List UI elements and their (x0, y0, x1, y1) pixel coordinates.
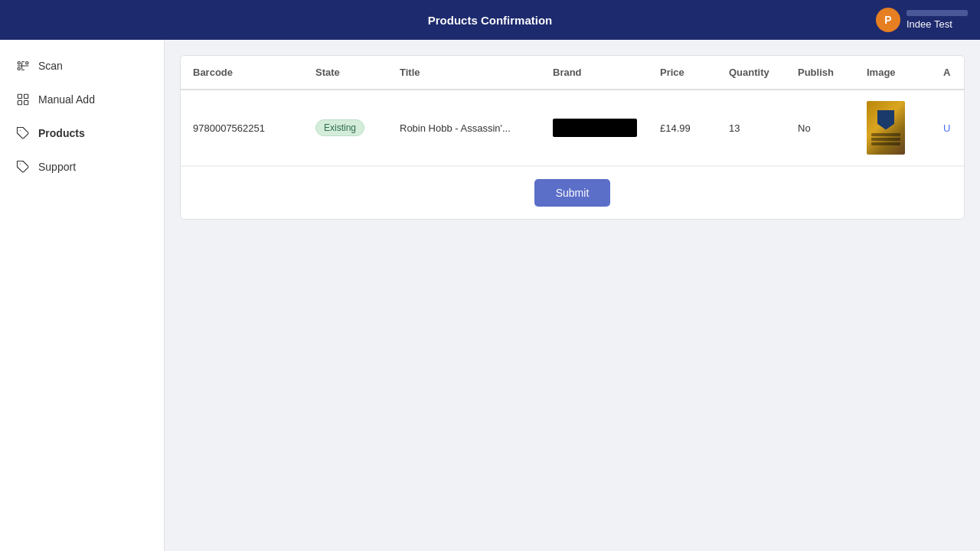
sidebar-item-support[interactable]: Support (0, 150, 164, 184)
col-header-quantity: Quantity (717, 56, 786, 90)
sidebar-label-scan: Scan (38, 60, 63, 72)
col-header-title: Title (387, 56, 541, 90)
brand-color-block (553, 119, 637, 137)
svg-rect-9 (18, 101, 21, 105)
book-text-line-2 (871, 138, 900, 141)
table-header-row: Barcode State Title Brand Price Quantity… (181, 56, 965, 90)
cell-action: U (931, 90, 965, 166)
book-image (867, 101, 905, 155)
col-header-action: A (931, 56, 965, 90)
book-text-line-3 (871, 142, 900, 145)
svg-rect-8 (24, 94, 28, 98)
cell-title: Robin Hobb - Assassin'... (387, 90, 541, 166)
svg-rect-1 (18, 67, 20, 70)
table-card: Barcode State Title Brand Price Quantity… (180, 55, 965, 220)
sidebar-label-support: Support (38, 161, 76, 173)
main-content: Barcode State Title Brand Price Quantity… (165, 40, 980, 551)
svg-rect-10 (24, 101, 28, 105)
cell-image (854, 90, 931, 166)
cell-publish: No (786, 90, 854, 166)
sidebar-item-products[interactable]: Products (0, 116, 164, 150)
scan-icon (15, 58, 31, 73)
user-name-bar (906, 10, 968, 16)
svg-rect-7 (18, 94, 21, 98)
cell-state: Existing (303, 90, 387, 166)
book-text-line-1 (871, 133, 900, 136)
submit-area: Submit (181, 166, 964, 219)
submit-button[interactable]: Submit (534, 179, 611, 207)
sidebar: Scan Manual Add Products Support (0, 40, 165, 551)
svg-rect-2 (26, 62, 28, 64)
avatar: P (876, 8, 900, 32)
sidebar-item-scan[interactable]: Scan (0, 49, 164, 83)
col-header-publish: Publish (786, 56, 854, 90)
page-title: Products Confirmation (428, 14, 553, 27)
col-header-brand: Brand (541, 56, 648, 90)
svg-rect-0 (18, 62, 20, 64)
products-table: Barcode State Title Brand Price Quantity… (181, 56, 965, 166)
grid-icon (15, 92, 31, 107)
cell-barcode: 9780007562251 (181, 90, 303, 166)
sidebar-label-products: Products (38, 127, 85, 139)
sidebar-item-manual-add[interactable]: Manual Add (0, 83, 164, 116)
user-menu[interactable]: P Indee Test (876, 8, 968, 32)
shield-decoration (877, 110, 894, 130)
table-row: 9780007562251 Existing Robin Hobb - Assa… (181, 90, 965, 166)
user-name: Indee Test (906, 18, 968, 30)
action-link[interactable]: U (943, 122, 950, 134)
cell-brand (541, 90, 648, 166)
sidebar-label-manual-add: Manual Add (38, 93, 95, 106)
cell-price: £14.99 (648, 90, 717, 166)
tag-icon (15, 126, 31, 141)
col-header-state: State (303, 56, 387, 90)
header: Products Confirmation P Indee Test (0, 0, 980, 40)
col-header-image: Image (854, 56, 931, 90)
col-header-price: Price (648, 56, 717, 90)
state-badge: Existing (315, 119, 364, 136)
book-cover (867, 101, 905, 155)
layout: Scan Manual Add Products Support (0, 40, 980, 551)
support-icon (15, 159, 31, 174)
cell-quantity: 13 (717, 90, 786, 166)
col-header-barcode: Barcode (181, 56, 303, 90)
